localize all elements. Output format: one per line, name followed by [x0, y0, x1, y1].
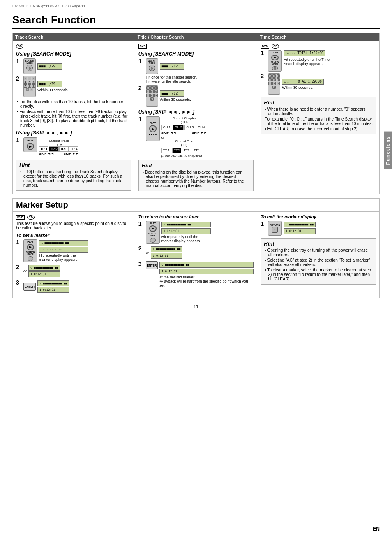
tc-num-9[interactable]: 9: [154, 94, 158, 97]
sm-remote-1: PLAY ▶ SEARCHMODE: [23, 239, 37, 262]
t-num-2[interactable]: 2: [272, 74, 276, 78]
en-badge: EN: [373, 526, 380, 532]
track-step1: 1 SEARCHMODE ◎ ■■■ _/29: [16, 58, 131, 74]
num-btn-0-special[interactable]: ⊕: [26, 88, 29, 91]
t-num-5[interactable]: 5: [272, 78, 276, 81]
t-num-7[interactable]: 7: [268, 82, 272, 85]
t-num-9[interactable]: 9: [277, 82, 280, 85]
t-num-3[interactable]: 3: [277, 74, 280, 78]
t-num-1[interactable]: 1: [268, 74, 272, 78]
rm-step1-sub: 1 0:12:01: [161, 228, 211, 234]
time-step1-lcd: ◻.... TOTAL 1:29:00: [284, 50, 325, 56]
rm-step2-sub: 1 0:12:01: [151, 253, 182, 259]
track-hint-title: Hint: [19, 162, 128, 168]
tc-skip-indicator: ◄◄ ►►: [148, 133, 157, 136]
num-btn-8[interactable]: 8: [28, 84, 31, 88]
time-cd-icon: CD: [272, 44, 279, 49]
tc-search-btn[interactable]: ◎: [149, 65, 155, 71]
sm-play-btn[interactable]: ▶: [27, 244, 34, 250]
num-btn-7[interactable]: 7: [24, 84, 27, 88]
tc-num-1[interactable]: 1: [146, 86, 150, 90]
rm-step2: 2 or ▽ ■■■■■■■■■■■ ■■ 1 0:12:01: [138, 246, 254, 260]
num-btn-3[interactable]: 3: [32, 77, 35, 80]
num-btn-4[interactable]: 4: [24, 81, 27, 84]
track-2-active: TR 2: [49, 146, 58, 152]
doc-header-text: E6150UD_ENSP.qx33 05.4.5 15:08 Page 11: [12, 4, 85, 8]
time-step2-lcd: ◻.... TOTAL 1:29:00: [282, 79, 324, 85]
search-function-section: Track Search CD Using [SEARCH MODE] 1 SE…: [12, 33, 380, 194]
track-using-search-title: Using [SEARCH MODE]: [16, 51, 131, 57]
rm-at-desired: at the desired marker: [159, 275, 254, 279]
num-btn-2[interactable]: 2: [28, 77, 31, 80]
doc-header: E6150UD_ENSP.qx33 05.4.5 15:08 Page 11: [12, 4, 380, 10]
sm-step3: 3 ENTER ▽ ■■■■■■■■■■■ ■■ 1 0:12:01: [16, 280, 131, 294]
tt-1: TT 1: [161, 148, 171, 153]
page-number: – 11 –: [12, 304, 380, 309]
t-num-4[interactable]: 4: [268, 78, 272, 81]
num-btn-9[interactable]: 9: [32, 84, 35, 88]
tc-hint-bullet: • Depending on the disc being played, th…: [142, 170, 251, 188]
tc-step1: 1 SEARCHMODE ◎ ■■■ _/12 Hit once for the…: [138, 58, 254, 83]
marker-badges: DVD CD: [16, 214, 131, 220]
rm-or: or: [146, 250, 149, 255]
tc-hint-title: Hint: [142, 162, 251, 169]
tc-num-6[interactable]: 6: [154, 90, 158, 93]
play-btn[interactable]: ▶: [27, 143, 34, 150]
skip-right-label: SKIP ►►: [64, 152, 79, 155]
rm-play-btn[interactable]: ▶: [149, 225, 157, 232]
t-num-0[interactable]: 0: [272, 86, 276, 89]
tc-num-7[interactable]: 7: [146, 94, 150, 97]
em-return-label: RETURN: [270, 224, 280, 226]
sm-step2-lcd: ▽ ■■■■■■■■■■■ ■■: [28, 265, 60, 271]
rm-step3-lcd: ▽ ■■■■■■■■■■■ ■■: [159, 262, 254, 268]
tc-num-0[interactable]: 0: [150, 97, 154, 101]
time-play-btn[interactable]: ▶: [271, 55, 279, 60]
em-step1: 1 RETURN ← ▽ ■■■■■■■■■■■ ■■ 1 0:12:01: [261, 221, 376, 236]
tc-play-remote: PLAY ▶ ◄◄ ►►: [146, 116, 160, 141]
time-hint-title: Hint: [264, 100, 373, 106]
tt-abbr: (TT): [161, 143, 207, 147]
em-return-btn[interactable]: ←: [272, 227, 278, 233]
t-num-8[interactable]: 8: [272, 82, 276, 85]
search-mode-btn[interactable]: ◎: [26, 65, 33, 71]
time-hint-box: Hint • When there is no need to enter a …: [261, 97, 376, 134]
ch-abbr: (CH): [161, 120, 207, 124]
time-play-label: PLAY: [272, 51, 278, 54]
num-btn-6[interactable]: 6: [32, 81, 35, 84]
rm-step1: 1 PLAY ▶ SEARCHMODE ▽ ■■■■■■■■■■■ ■■ 1 0…: [138, 221, 254, 244]
time-search-header: Time Search: [257, 33, 379, 41]
tc-num-4[interactable]: 4: [146, 90, 150, 93]
time-hint-bullet-2: For example, "0 : 0.: .." appears in the…: [264, 117, 373, 126]
em-hint-box: Hint • Opening the disc tray or turning …: [261, 238, 376, 285]
rm-enter-btn[interactable]: ENTER: [146, 261, 158, 269]
play-label: PLAY: [27, 139, 33, 142]
time-srch-btn[interactable]: ◎: [272, 66, 278, 70]
num-btn-5[interactable]: 5: [28, 81, 31, 84]
time-dvd-icon: DVD: [261, 44, 269, 49]
tc-play-btn[interactable]: ▶: [149, 125, 157, 132]
track-search-header: Track Search: [13, 33, 135, 41]
track-bullet-2: • For discs with more than 10 but less t…: [16, 109, 131, 127]
tc-num-2[interactable]: 2: [150, 86, 154, 90]
ch-skip-buttons: SKIP ◄◄ SKIP ►►: [161, 131, 207, 134]
chapter-cells: CH 1 CH 2 CH 3 CH 4: [161, 125, 207, 130]
tc-num-8[interactable]: 8: [150, 94, 154, 97]
tc-play-label: PLAY: [150, 122, 156, 124]
num-btn-1[interactable]: 1: [24, 77, 27, 80]
time-within-text: Within 30 seconds.: [282, 86, 324, 90]
sm-enter-btn[interactable]: ENTER: [23, 283, 36, 291]
time-remote-step1: PLAY ▶ SEARCHMODE ◎: [268, 50, 282, 72]
no-chapters-note: (If the disc has no chapters): [161, 154, 207, 158]
num-btn-0[interactable]: 0: [30, 88, 33, 91]
time-hint-bullet-3: • Hit [CLEAR] to erase the incorrect inp…: [264, 127, 373, 131]
number-pad-mini: 1 2 3 4 5 6 7 8: [23, 76, 36, 97]
rm-srch-btn[interactable]: [150, 238, 156, 243]
tc-num-3[interactable]: 3: [154, 86, 158, 90]
sm-step2-sub: 1 0:12:01: [28, 271, 60, 277]
sm-srch-btn[interactable]: [28, 256, 33, 261]
t-num-6[interactable]: 6: [277, 78, 280, 81]
rm-playback-note: •Playback will restart from the specific…: [159, 279, 254, 287]
tc-num-5[interactable]: 5: [150, 90, 154, 93]
track-step2: 2 1 2 3 4 5 6: [16, 76, 131, 97]
em-hint-bullet-2: • Selecting "AC" at step 2) in the secti…: [264, 258, 373, 267]
